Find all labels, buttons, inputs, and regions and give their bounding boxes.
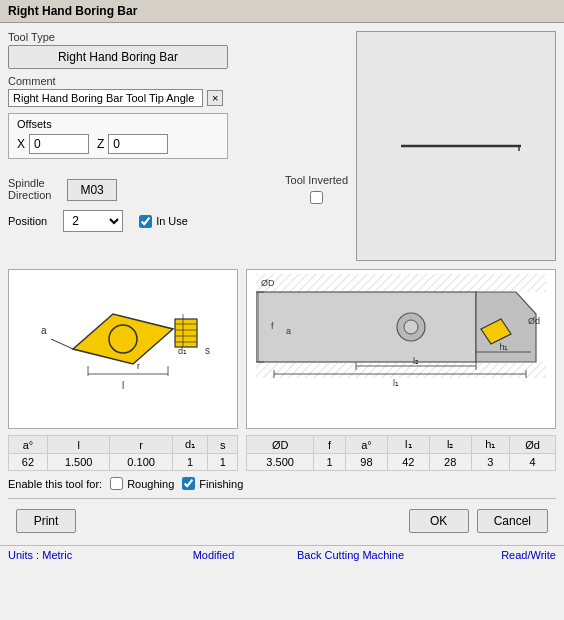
tool-param-l1: 42: [387, 454, 429, 471]
tool-type-label: Tool Type: [8, 31, 348, 43]
tool-params-table: ØD f a° l₁ l₂ h₁ Ød 3.500 1 98 42 28 3: [246, 435, 556, 471]
svg-text:l₁: l₁: [393, 378, 399, 388]
svg-text:d₁: d₁: [178, 346, 187, 356]
svg-text:r: r: [137, 361, 140, 371]
tool-param-header-a: a°: [345, 436, 387, 454]
enable-row: Enable this tool for: Roughing Finishing: [8, 477, 556, 490]
params-row: a° l r d₁ s 62 1.500 0.100 1 1: [8, 435, 556, 471]
spindle-direction-label: SpindleDirection: [8, 177, 51, 201]
comment-label: Comment: [8, 75, 348, 87]
svg-rect-26: [256, 362, 546, 378]
drawings-row: a l d₁ r s: [8, 269, 556, 429]
svg-rect-20: [256, 274, 546, 292]
insert-svg: a l d₁ r s: [13, 274, 233, 424]
ok-button[interactable]: OK: [409, 509, 469, 533]
offset-x-label: X: [17, 137, 25, 151]
in-use-group: In Use: [139, 215, 188, 228]
offset-row: X Z: [17, 134, 219, 154]
tool-param-od: 3.500: [247, 454, 314, 471]
tool-inverted-label: Tool Inverted: [285, 173, 348, 187]
tool-svg: ØD a f l₁ l₂ h₁: [256, 274, 546, 424]
spindle-group: SpindleDirection: [8, 177, 51, 201]
in-use-label: In Use: [156, 215, 188, 227]
svg-line-10: [51, 339, 73, 349]
offsets-label: Offsets: [17, 118, 219, 130]
insert-param-header-r: r: [110, 436, 172, 454]
tool-inverted-group: Tool Inverted: [285, 173, 348, 204]
insert-param-a: 62: [9, 454, 48, 471]
comment-input[interactable]: [8, 89, 203, 107]
spindle-button[interactable]: M03: [67, 179, 116, 201]
cancel-button[interactable]: Cancel: [477, 509, 548, 533]
tool-param-header-od2: Ød: [510, 436, 556, 454]
tool-param-header-f: f: [314, 436, 346, 454]
comment-group: Comment ×: [8, 75, 348, 107]
ok-cancel-group: OK Cancel: [409, 509, 548, 533]
svg-text:ØD: ØD: [261, 278, 275, 288]
svg-text:l₂: l₂: [413, 356, 419, 366]
tool-inverted-checkbox[interactable]: [310, 191, 323, 204]
tool-param-od2: 4: [510, 454, 556, 471]
tool-param-h1: 3: [471, 454, 509, 471]
tool-param-header-od: ØD: [247, 436, 314, 454]
clear-comment-button[interactable]: ×: [207, 90, 223, 106]
svg-text:a: a: [41, 325, 47, 336]
offset-x-group: X: [17, 134, 89, 154]
spindle-row: SpindleDirection M03 Tool Inverted: [8, 173, 348, 204]
offset-z-input[interactable]: [108, 134, 168, 154]
tool-preview-svg: [371, 116, 541, 176]
insert-param-s: 1: [208, 454, 238, 471]
tool-param-l2: 28: [429, 454, 471, 471]
svg-text:l: l: [122, 380, 124, 391]
tool-param-header-l1: l₁: [387, 436, 429, 454]
insert-param-header-l: l: [47, 436, 109, 454]
finishing-checkbox[interactable]: [182, 477, 195, 490]
main-content: Tool Type Right Hand Boring Bar Comment …: [0, 23, 564, 545]
preview-section: [356, 31, 556, 261]
tool-param-f: 1: [314, 454, 346, 471]
insert-param-l: 1.500: [47, 454, 109, 471]
status-modified[interactable]: Modified: [145, 549, 282, 561]
svg-text:a: a: [286, 326, 291, 336]
finishing-group: Finishing: [182, 477, 243, 490]
form-section: Tool Type Right Hand Boring Bar Comment …: [8, 31, 348, 261]
svg-point-25: [404, 320, 418, 334]
print-button[interactable]: Print: [16, 509, 76, 533]
insert-param-d1: 1: [172, 454, 208, 471]
position-row: Position 2 1 3 In Use: [8, 210, 348, 232]
position-label: Position: [8, 215, 47, 227]
status-back-cutting[interactable]: Back Cutting Machine: [282, 549, 419, 561]
tool-param-a: 98: [345, 454, 387, 471]
bottom-row: Print OK Cancel: [8, 505, 556, 537]
offsets-box: Offsets X Z: [8, 113, 228, 159]
roughing-group: Roughing: [110, 477, 174, 490]
tool-param-header-h1: h₁: [471, 436, 509, 454]
roughing-checkbox[interactable]: [110, 477, 123, 490]
insert-param-header-a: a°: [9, 436, 48, 454]
top-panel: Tool Type Right Hand Boring Bar Comment …: [8, 31, 556, 261]
svg-rect-4: [175, 319, 197, 347]
in-use-checkbox[interactable]: [139, 215, 152, 228]
svg-text:s: s: [205, 345, 210, 356]
offset-z-label: Z: [97, 137, 104, 151]
position-select[interactable]: 2 1 3: [63, 210, 123, 232]
separator: [8, 498, 556, 499]
enable-label: Enable this tool for:: [8, 478, 102, 490]
comment-row: ×: [8, 89, 348, 107]
status-bar: Units : Metric Modified Back Cutting Mac…: [0, 545, 564, 564]
status-read-write[interactable]: Read/Write: [419, 549, 556, 561]
window-title: Right Hand Boring Bar: [8, 4, 137, 18]
insert-drawing: a l d₁ r s: [8, 269, 238, 429]
title-bar: Right Hand Boring Bar: [0, 0, 564, 23]
offset-x-input[interactable]: [29, 134, 89, 154]
svg-marker-2: [73, 314, 173, 364]
status-units[interactable]: Units : Metric: [8, 549, 145, 561]
insert-param-r: 0.100: [110, 454, 172, 471]
insert-params-table: a° l r d₁ s 62 1.500 0.100 1 1: [8, 435, 238, 471]
finishing-label: Finishing: [199, 478, 243, 490]
svg-text:Ød: Ød: [528, 316, 540, 326]
tool-type-button[interactable]: Right Hand Boring Bar: [8, 45, 228, 69]
tool-param-header-l2: l₂: [429, 436, 471, 454]
insert-param-header-d1: d₁: [172, 436, 208, 454]
offset-z-group: Z: [97, 134, 168, 154]
